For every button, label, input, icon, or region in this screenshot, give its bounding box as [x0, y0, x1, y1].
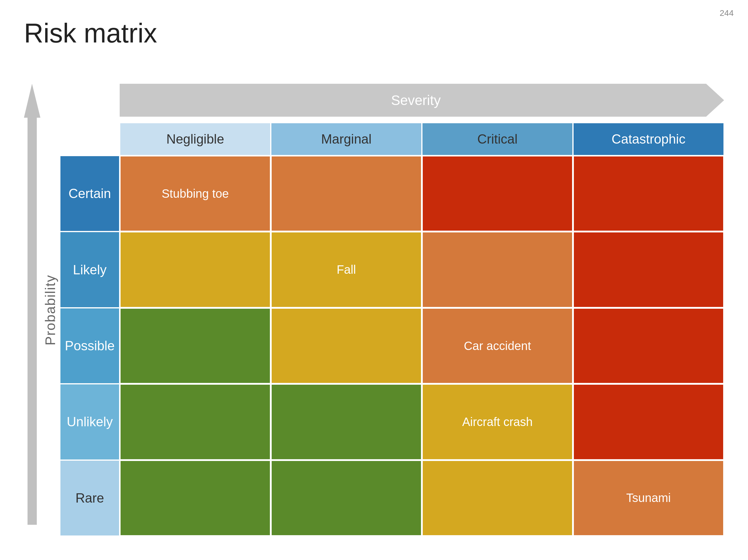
row-unlikely: Unlikely Aircraft crash [60, 384, 724, 460]
severity-arrow-row: Severity [60, 84, 724, 117]
header-catastrophic: Catastrophic [573, 123, 724, 156]
header-marginal: Marginal [271, 123, 422, 156]
cell-likely-catastrophic [573, 232, 724, 307]
cell-unlikely-catastrophic [573, 384, 724, 460]
cell-rare-negligible [120, 460, 271, 536]
cell-possible-negligible [120, 308, 271, 384]
row-label-unlikely: Unlikely [60, 384, 120, 460]
page-number: 244 [720, 8, 734, 18]
cell-certain-critical [422, 156, 573, 232]
cell-rare-catastrophic: Tsunami [573, 460, 724, 536]
probability-label-wrapper: Probability [40, 84, 60, 536]
header-critical: Critical [422, 123, 573, 156]
cell-likely-negligible [120, 232, 271, 307]
header-spacer [60, 123, 120, 156]
probability-label: Probability [42, 275, 59, 346]
severity-arrow: Severity [120, 84, 724, 117]
risk-grid: Negligible Marginal Critical Catastrophi… [60, 123, 724, 536]
cell-unlikely-negligible [120, 384, 271, 460]
cell-certain-catastrophic [573, 156, 724, 232]
row-rare: Rare Tsunami [60, 460, 724, 536]
cell-possible-marginal [271, 308, 422, 384]
cell-rare-critical [422, 460, 573, 536]
probability-axis: Probability [24, 84, 60, 536]
header-negligible: Negligible [120, 123, 271, 156]
row-label-rare: Rare [60, 460, 120, 536]
data-rows: Certain Stubbing toe Likely Fall Possi [60, 156, 724, 536]
cell-likely-marginal: Fall [271, 232, 422, 307]
row-certain: Certain Stubbing toe [60, 156, 724, 232]
cell-possible-catastrophic [573, 308, 724, 384]
cell-likely-critical [422, 232, 573, 307]
row-label-possible: Possible [60, 308, 120, 384]
page-title: Risk matrix [24, 18, 157, 49]
row-label-likely: Likely [60, 232, 120, 307]
row-label-certain: Certain [60, 156, 120, 232]
svg-marker-1 [24, 84, 40, 525]
matrix-container: Probability Severity Negligible Marginal… [24, 84, 724, 536]
cell-certain-negligible: Stubbing toe [120, 156, 271, 232]
cell-rare-marginal [271, 460, 422, 536]
header-row: Negligible Marginal Critical Catastrophi… [60, 123, 724, 156]
row-possible: Possible Car accident [60, 308, 724, 384]
cell-certain-marginal [271, 156, 422, 232]
cell-unlikely-marginal [271, 384, 422, 460]
severity-label: Severity [391, 92, 441, 108]
row-likely: Likely Fall [60, 232, 724, 307]
probability-arrow-svg [24, 84, 40, 536]
cell-unlikely-critical: Aircraft crash [422, 384, 573, 460]
right-section: Severity Negligible Marginal Critical Ca… [60, 84, 724, 536]
cell-possible-critical: Car accident [422, 308, 573, 384]
